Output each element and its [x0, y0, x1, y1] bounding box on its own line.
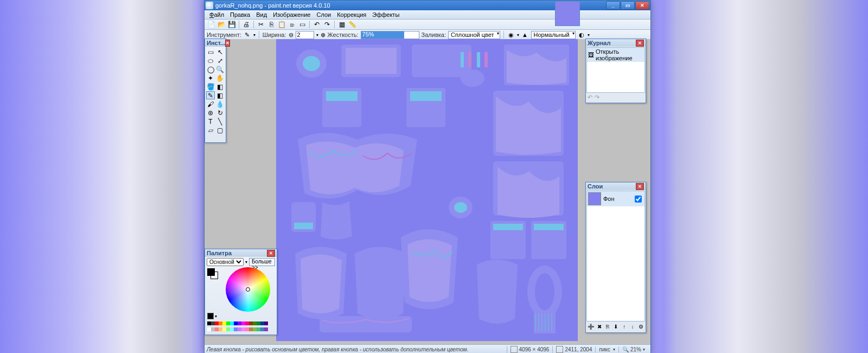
add-layer-icon[interactable]: ➕	[588, 323, 594, 330]
history-list[interactable]: 🖼Открыть изображение	[586, 47, 645, 93]
color-wheel[interactable]	[226, 267, 270, 312]
layers-panel[interactable]: Слои✕ Фон ➕ ✖ ⎘ ⬇ ↑ ↓ ⚙	[585, 182, 646, 333]
duplicate-layer-icon[interactable]: ⎘	[604, 323, 610, 330]
rect-tool[interactable]: ▢	[216, 126, 225, 134]
palette-swatch[interactable]	[238, 327, 241, 331]
fill-dropdown[interactable]: Сплошной цвет	[448, 31, 500, 39]
cut-icon[interactable]: ✂	[257, 20, 265, 29]
brush-width-input[interactable]	[296, 31, 314, 39]
width-dec-button[interactable]: ⊖	[289, 31, 293, 39]
palette-swatch[interactable]	[241, 327, 245, 331]
menu-image[interactable]: Изображение	[270, 11, 313, 18]
palette-swatch[interactable]	[219, 327, 222, 331]
menu-effects[interactable]: Эффекты	[369, 11, 402, 18]
palette-swatch[interactable]	[230, 327, 234, 331]
save-icon[interactable]: 💾	[227, 20, 236, 29]
wheel-cursor[interactable]	[246, 287, 250, 292]
width-inc-button[interactable]: ⊕	[321, 31, 326, 39]
blend-icon[interactable]: ▲	[521, 31, 529, 39]
move-selection-tool[interactable]: ⤢	[216, 56, 225, 65]
palette-swatch[interactable]	[234, 327, 238, 331]
antialias-icon[interactable]: ◉	[507, 31, 515, 39]
zoom-tool[interactable]: 🔍	[216, 65, 225, 73]
lasso-tool[interactable]: ⬭	[206, 56, 215, 65]
palette-swatch[interactable]	[264, 322, 268, 325]
document-canvas[interactable]	[276, 39, 578, 341]
palette-swatch[interactable]	[253, 322, 257, 325]
tools-panel[interactable]: Инст...✕ ▭ ↖ ⬭ ⤢ ◯ 🔍 ✦ ✋ 🪣 ◧ ✎ ◧ 🖌 💧 ⊛ ↻…	[205, 39, 226, 143]
menu-view[interactable]: Вид	[253, 11, 270, 18]
layer-visible-checkbox[interactable]	[635, 196, 642, 203]
grid-icon[interactable]: ▦	[337, 20, 346, 29]
palette-swatch[interactable]	[249, 322, 253, 325]
fg-bg-swatches[interactable]	[207, 268, 217, 278]
palette-swatch[interactable]	[222, 327, 226, 331]
blend-dropdown[interactable]: Нормальный	[531, 31, 576, 39]
menu-file[interactable]: Файл	[207, 11, 227, 18]
palette-swatch[interactable]	[222, 322, 226, 325]
zoom-out-icon[interactable]: 🔍	[622, 346, 629, 352]
document-thumbnail[interactable]	[555, 1, 580, 26]
crop-icon[interactable]: ⎄	[288, 20, 296, 29]
move-up-icon[interactable]: ↑	[621, 323, 627, 330]
palette-swatch[interactable]	[226, 327, 230, 331]
hardness-slider[interactable]: 75%	[361, 31, 419, 39]
pan-tool[interactable]: ✋	[216, 74, 225, 82]
palette-swatch[interactable]	[207, 327, 211, 331]
layer-item[interactable]: Фон	[587, 191, 644, 206]
colors-panel[interactable]: Палитра✕ Основной ▾ Больше >> ▾	[205, 249, 277, 335]
gradient-tool[interactable]: ◧	[216, 83, 225, 91]
palette-swatch[interactable]	[264, 327, 268, 331]
magic-wand-tool[interactable]: ✦	[206, 74, 215, 82]
palette-swatch[interactable]	[241, 322, 245, 325]
copy-icon[interactable]: ⎘	[267, 20, 276, 29]
fg-color-swatch[interactable]	[207, 268, 215, 276]
merge-layer-icon[interactable]: ⬇	[613, 323, 619, 330]
move-tool[interactable]: ↖	[216, 48, 225, 56]
layers-list[interactable]: Фон	[586, 191, 645, 322]
palette-swatch[interactable]	[215, 327, 219, 331]
tool-dropdown-icon[interactable]: ▾	[253, 33, 256, 37]
eraser-tool[interactable]: ◧	[216, 91, 225, 99]
palette-swatch[interactable]	[257, 322, 260, 325]
width-dropdown-icon[interactable]: ▾	[316, 33, 318, 37]
minimize-button[interactable]: _	[606, 1, 620, 10]
new-icon[interactable]: 📄	[207, 20, 215, 29]
palette-swatch[interactable]	[219, 322, 222, 325]
history-item[interactable]: 🖼Открыть изображение	[587, 48, 644, 62]
delete-layer-icon[interactable]: ✖	[596, 323, 602, 330]
clone-tool[interactable]: ⊛	[206, 109, 215, 117]
color-mode-select[interactable]: Основной	[207, 258, 244, 266]
menu-edit[interactable]: Правка	[227, 11, 253, 18]
colors-close-icon[interactable]: ✕	[267, 250, 275, 257]
pencil-icon[interactable]: ✎	[244, 31, 251, 39]
tools-close-icon[interactable]: ✕	[225, 40, 230, 47]
palette-swatch[interactable]	[211, 327, 215, 331]
open-icon[interactable]: 📂	[217, 20, 226, 29]
titlebar[interactable]: gorkaR_nohq.png - paint.net версия 4.0.1…	[205, 1, 650, 10]
palette-swatch[interactable]	[260, 322, 264, 325]
print-icon[interactable]: 🖨	[242, 20, 251, 29]
redo-step-icon[interactable]: ↷	[595, 94, 599, 101]
text-tool[interactable]: T	[206, 117, 215, 125]
layer-props-icon[interactable]: ⚙	[638, 323, 644, 330]
palette-swatch[interactable]	[226, 322, 230, 325]
move-down-icon[interactable]: ↓	[629, 323, 635, 330]
color-picker-tool[interactable]: 💧	[216, 100, 225, 108]
overwrite-icon[interactable]: ◐	[578, 31, 585, 39]
layers-close-icon[interactable]: ✕	[636, 183, 644, 190]
undo-icon[interactable]: ↶	[312, 20, 321, 29]
brush-tool[interactable]: 🖌	[206, 100, 215, 108]
palette-swatch[interactable]	[249, 327, 253, 331]
palette-swatch[interactable]	[257, 327, 260, 331]
rect-select-tool[interactable]: ▭	[206, 48, 215, 56]
menu-adjust[interactable]: Коррекция	[334, 11, 369, 18]
maximize-button[interactable]: ▭	[621, 1, 635, 10]
palette-swatch[interactable]	[238, 322, 241, 325]
palette-swatch[interactable]	[253, 327, 257, 331]
palette-swatch[interactable]	[230, 322, 234, 325]
history-close-icon[interactable]: ✕	[636, 40, 644, 47]
more-button[interactable]: Больше >>	[249, 258, 275, 266]
palette-swatch[interactable]	[207, 322, 211, 325]
deselect-icon[interactable]: ▭	[298, 20, 307, 29]
